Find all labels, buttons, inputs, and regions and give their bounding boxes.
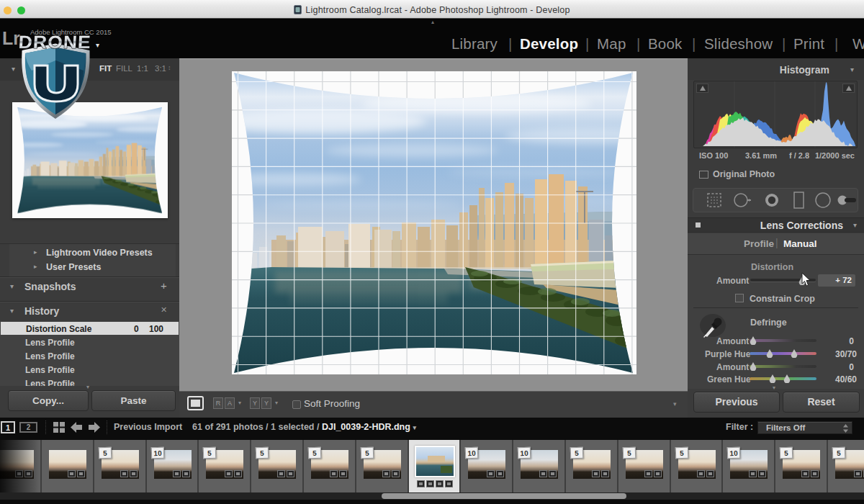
svg-text:DRONE: DRONE: [18, 32, 91, 52]
